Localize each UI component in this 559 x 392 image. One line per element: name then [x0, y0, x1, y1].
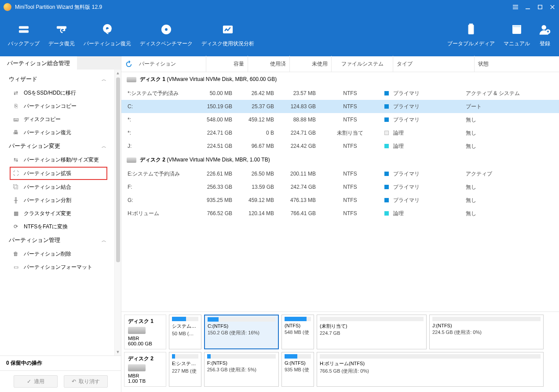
disk-map-label[interactable]: ディスク 1MBR600.00 GB [124, 315, 166, 349]
book-icon [511, 23, 523, 36]
window-controls [512, 4, 555, 10]
partition-block[interactable]: H:ボリューム(NTFS)766.5 GB (使用済: 0%) [317, 352, 544, 387]
partition-block[interactable]: F:(NTFS)256.3 GB (使用済: 5%) [204, 352, 279, 387]
apply-button[interactable]: ✓適用 [14, 375, 58, 388]
col-free[interactable]: 未使用 [290, 56, 332, 72]
sidebar-item[interactable]: ⎘パーティションコピー [0, 99, 114, 113]
partition-row[interactable]: *:224.71 GB0 B224.71 GB未割り当て論理無し [121, 126, 559, 139]
user-add-icon [539, 23, 551, 36]
data-recover-button[interactable]: データ復元 [44, 14, 79, 56]
partition-recover-button[interactable]: パーティション復元 [79, 14, 135, 56]
partition-row[interactable]: E:システムで予約済み226.61 MB26.50 MB200.11 MBNTF… [121, 167, 559, 180]
scroll-down-icon[interactable]: ▼ [115, 348, 121, 355]
sidebar-item[interactable]: ⇄OSをSSD/HDDに移行 [0, 86, 114, 99]
col-partition[interactable]: パーティション [134, 56, 206, 72]
col-type[interactable]: タイプ [393, 56, 475, 72]
type-square-icon [384, 185, 389, 189]
sidebar-item[interactable]: 🖴ディスクコピー [0, 113, 114, 126]
svg-rect-10 [470, 24, 473, 26]
usb-icon [465, 23, 477, 36]
toolbar: バックアップ データ復元 パーティション復元 ディスクベンチマーク ディスク使用… [0, 14, 559, 56]
svg-point-13 [542, 25, 546, 29]
sidebar-item[interactable]: ╫パーティション分割 [0, 194, 114, 207]
type-square-icon [384, 131, 389, 135]
disk-header: ディスク 1 (VMware Virtual NVMe Disk, MBR, 6… [121, 72, 559, 87]
tab-partition-mgmt[interactable]: パーティション総合管理 [0, 56, 77, 70]
partition-row[interactable]: C:150.19 GB25.37 GB124.83 GBNTFSプライマリブート [121, 100, 559, 113]
scroll-up-icon[interactable]: ▲ [115, 70, 121, 77]
titlebar: MiniTool Partition Wizard 無料版 12.9 [0, 0, 559, 14]
type-square-icon [384, 91, 389, 95]
main-panel: パーティション 容量 使用済 未使用 ファイルシステム タイプ 状態 ディスク … [121, 56, 559, 392]
partition-block[interactable]: J:(NTFS)224.5 GB (使用済: 0%) [429, 315, 544, 349]
pending-operations: 0 保留中の操作 [0, 355, 121, 370]
partition-row[interactable]: G:935.25 MB459.12 MB476.13 MBNTFSプライマリ無し [121, 194, 559, 207]
benchmark-button[interactable]: ディスクベンチマーク [135, 14, 197, 56]
svg-rect-1 [19, 26, 29, 29]
backup-icon [18, 23, 30, 36]
partition-block[interactable]: (NTFS)548 MB (使 [281, 315, 314, 349]
scroll-thumb[interactable] [116, 77, 120, 262]
disk-icon [127, 77, 136, 82]
refresh-button[interactable] [124, 59, 134, 69]
partition-block[interactable]: C:(NTFS)150.2 GB (使用済: 16%) [204, 315, 279, 349]
sidebar-item[interactable]: ⇆パーティション移動/サイズ変更 [0, 153, 114, 166]
menu-icon[interactable] [512, 4, 519, 10]
type-square-icon [384, 117, 389, 122]
type-square-icon [384, 104, 389, 109]
benchmark-icon [160, 23, 172, 36]
undo-button[interactable]: ↶取り消す [64, 375, 108, 388]
partition-row[interactable]: F:256.33 GB13.59 GB242.74 GBNTFSプライマリ無し [121, 180, 559, 194]
sidebar-item[interactable]: ⿻パーティション結合 [0, 180, 114, 194]
col-fs[interactable]: ファイルシステム [332, 56, 393, 72]
svg-rect-9 [468, 25, 474, 34]
partition-block[interactable]: G:(NTFS)935 MB (使 [281, 352, 314, 387]
action-icon: ⇄ [12, 89, 19, 96]
sidebar-scrollbar[interactable]: ▲ ▼ [114, 70, 121, 355]
bootmedia-button[interactable]: ブータブルメディア [443, 14, 499, 56]
sidebar-item[interactable]: 🗑パーティション削除 [0, 247, 114, 260]
undo-icon: ↶ [72, 378, 76, 385]
chevron-up-icon: ︿ [102, 143, 106, 150]
disk-map-label[interactable]: ディスク 2MBR1.00 TB [124, 352, 166, 387]
svg-rect-8 [223, 26, 233, 33]
maximize-icon[interactable] [537, 4, 543, 10]
disk-header: ディスク 2 (VMware Virtual NVMe Disk, MBR, 1… [121, 153, 559, 167]
action-icon: ⇆ [12, 156, 19, 163]
partition-block[interactable]: システムで予50 MB (使用 [169, 315, 201, 349]
close-icon[interactable] [549, 4, 555, 10]
action-icon: ▭ [12, 264, 19, 271]
col-status[interactable]: 状態 [475, 56, 559, 72]
section-head[interactable]: ウィザード︿ [0, 72, 114, 86]
manual-button[interactable]: マニュアル [499, 14, 534, 56]
disk-icon [127, 158, 136, 163]
disk-map-row: ディスク 1MBR600.00 GBシステムで予50 MB (使用C:(NTFS… [124, 315, 556, 349]
partition-row[interactable]: H:ボリューム766.52 GB120.14 MB766.41 GBNTFS論理… [121, 207, 559, 220]
sidebar-item[interactable]: ⟳NTFSをFATに変換 [0, 220, 114, 233]
window-title: MiniTool Partition Wizard 無料版 12.9 [15, 4, 512, 11]
col-capacity[interactable]: 容量 [206, 56, 248, 72]
partition-block[interactable]: (未割り当て)224.7 GB [317, 315, 427, 349]
minimize-icon[interactable] [525, 4, 531, 10]
svg-rect-3 [57, 26, 66, 29]
partition-block[interactable]: E:システムで227 MB (使 [169, 352, 201, 387]
sidebar-item[interactable]: 🖶パーティション復元 [0, 126, 114, 139]
type-square-icon [384, 144, 389, 148]
usage-button[interactable]: ディスク使用状況分析 [197, 14, 259, 56]
section-head[interactable]: パーティション管理︿ [0, 233, 114, 247]
sidebar-item[interactable]: ▭パーティションフォーマット [0, 260, 114, 274]
register-button[interactable]: 登録 [534, 14, 555, 56]
sidebar-item[interactable]: ▦クラスタサイズ変更 [0, 207, 114, 220]
partition-recover-icon [101, 23, 113, 36]
section-head[interactable]: パーティション変更︿ [0, 139, 114, 153]
col-used[interactable]: 使用済 [248, 56, 290, 72]
action-icon: ╫ [12, 197, 19, 204]
chevron-up-icon: ︿ [102, 237, 106, 244]
usage-icon [222, 23, 234, 36]
partition-row[interactable]: *:システムで予約済み50.00 MB26.42 MB23.57 MBNTFSプ… [121, 87, 559, 100]
partition-row[interactable]: J:224.51 GB96.67 MB224.42 GBNTFS論理無し [121, 139, 559, 153]
sidebar-item[interactable]: ⛶パーティション拡張 [10, 167, 107, 180]
backup-button[interactable]: バックアップ [4, 14, 44, 56]
action-icon: ⛶ [12, 170, 19, 177]
partition-row[interactable]: *:548.00 MB459.12 MB88.88 MBNTFSプライマリ無し [121, 113, 559, 126]
